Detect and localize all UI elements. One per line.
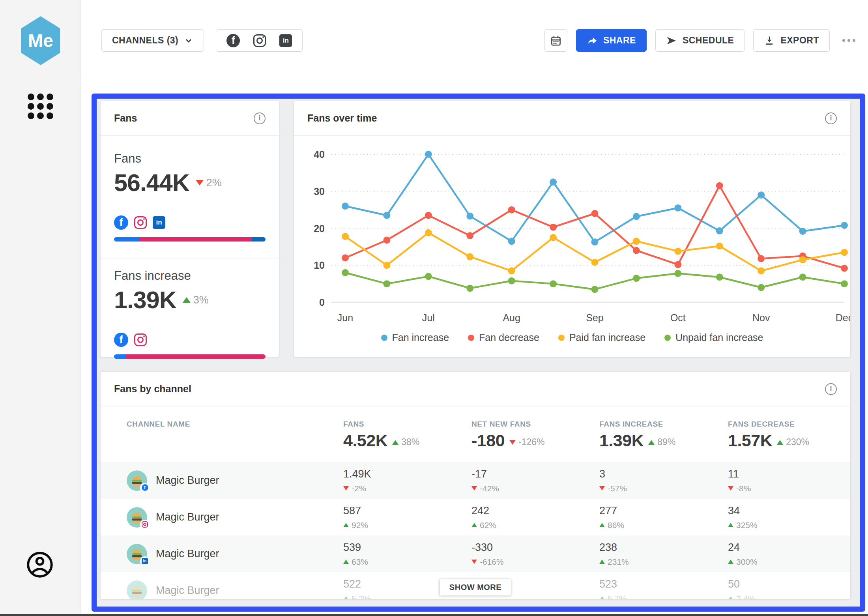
cell-net-new-fans: -330 xyxy=(471,541,599,554)
cell-fans-decrease: 24 xyxy=(728,541,850,554)
cell-net-new-fans: -17 xyxy=(471,468,599,480)
window-bottom-edge xyxy=(0,614,868,616)
top-toolbar: CHANNELS (3) f in SHARE S xyxy=(81,0,868,81)
table-row[interactable]: in Magic Burger 53963% -330-616% 238231%… xyxy=(101,535,850,572)
sidebar: Me xyxy=(0,0,81,616)
column-header-net-new-fans: NET NEW FANS xyxy=(471,420,599,429)
cell-fans: 1.49K xyxy=(343,468,471,480)
cell-delta: 86% xyxy=(599,521,624,530)
legend-item-unpaid-fan-increase[interactable]: Unpaid fan increase xyxy=(664,332,763,343)
metric-label: Fans xyxy=(114,152,266,166)
info-icon[interactable]: i xyxy=(254,112,266,124)
summary-delta: 230% xyxy=(777,437,809,447)
channels-dropdown-button[interactable]: CHANNELS (3) xyxy=(101,29,204,52)
fans-by-channel-card: Fans by channel i CHANNEL NAME FANS 4.52… xyxy=(101,372,850,599)
metric-delta: 3% xyxy=(183,294,209,306)
instagram-icon xyxy=(134,333,147,346)
fans-metric: Fans 56.44K 2% f in xyxy=(101,136,279,258)
summary-fans-increase: FANS INCREASE 1.39K89% xyxy=(599,420,728,450)
cell-fans-increase: 238 xyxy=(599,541,728,554)
summary-delta: -126% xyxy=(509,437,544,447)
legend-label: Fan increase xyxy=(392,332,449,343)
instagram-icon[interactable] xyxy=(253,34,266,47)
schedule-button[interactable]: SCHEDULE xyxy=(655,29,745,52)
cell-fans-increase: 277 xyxy=(599,505,728,517)
legend-dot xyxy=(468,335,474,341)
calendar-icon xyxy=(550,35,562,47)
chart-card-title: Fans over time xyxy=(307,112,377,124)
cell-fans-decrease: 34 xyxy=(728,505,850,517)
summary-fans: FANS 4.52K38% xyxy=(343,420,471,450)
column-header-fans-decrease: FANS DECREASE xyxy=(728,420,850,429)
more-options-icon[interactable] xyxy=(838,39,859,42)
schedule-button-label: SCHEDULE xyxy=(683,35,734,46)
dashboard-selection-frame[interactable]: Fans i Fans 56.44K 2% f in Fans increase xyxy=(92,94,865,612)
cell-delta: 92% xyxy=(343,521,368,530)
avatar: in xyxy=(127,544,147,564)
linkedin-icon: in xyxy=(153,216,165,229)
account-icon[interactable] xyxy=(26,551,54,580)
cell-net-new-fans: 242 xyxy=(471,505,599,517)
channel-name: Magic Burger xyxy=(156,548,219,560)
fans-card-header: Fans i xyxy=(101,101,279,136)
fans-over-time-card: Fans over time i 010203040JunJulAugSepOc… xyxy=(294,101,850,357)
export-button[interactable]: EXPORT xyxy=(753,29,830,52)
summary-value: 1.39K xyxy=(599,431,644,450)
show-more-button[interactable]: SHOW MORE xyxy=(440,579,511,595)
facebook-icon[interactable]: f xyxy=(226,34,240,47)
metric-delta: 2% xyxy=(196,177,222,189)
cell-delta: -8% xyxy=(728,484,751,493)
cell-delta: 5.2% xyxy=(343,594,370,599)
fans-increase-metric: Fans increase 1.39K 3% f xyxy=(101,258,279,368)
legend-item-fan-increase[interactable]: Fan increase xyxy=(381,332,449,343)
cell-fans: 587 xyxy=(343,505,471,517)
cell-fans-increase: 523 xyxy=(599,578,728,590)
legend-label: Unpaid fan increase xyxy=(675,332,763,343)
cell-delta: 62% xyxy=(471,521,496,530)
table-card-header: Fans by channel i xyxy=(101,372,850,406)
info-icon[interactable]: i xyxy=(825,383,837,395)
cell-delta: -2% xyxy=(343,484,366,493)
svg-text:10: 10 xyxy=(314,260,325,271)
summary-value: 1.57K xyxy=(728,431,772,450)
chevron-down-icon xyxy=(184,36,193,45)
fans-card: Fans i Fans 56.44K 2% f in Fans increase xyxy=(101,101,279,357)
linkedin-icon[interactable]: in xyxy=(279,34,292,47)
legend-item-fan-decrease[interactable]: Fan decrease xyxy=(468,332,539,343)
share-button[interactable]: SHARE xyxy=(576,29,647,52)
table-row[interactable]: Magic Burger 58792% 24262% 27786% 34325% xyxy=(101,499,850,535)
avatar xyxy=(127,507,147,528)
share-button-label: SHARE xyxy=(603,35,636,46)
facebook-badge-icon: f xyxy=(140,483,150,492)
metric-channel-icons: f in xyxy=(114,215,266,230)
legend-label: Fan decrease xyxy=(479,332,539,343)
info-icon[interactable]: i xyxy=(825,112,837,124)
legend-dot xyxy=(558,335,565,341)
metric-channel-icons: f xyxy=(114,333,266,347)
svg-text:Jun: Jun xyxy=(337,312,353,323)
send-icon xyxy=(666,35,677,46)
metric-value: 56.44K xyxy=(114,169,189,197)
instagram-icon xyxy=(134,216,147,229)
svg-text:Nov: Nov xyxy=(752,312,770,323)
cell-fans-increase: 3 xyxy=(599,468,728,480)
legend-item-paid-fan-increase[interactable]: Paid fan increase xyxy=(558,332,645,343)
summary-fans-decrease: FANS DECREASE 1.57K230% xyxy=(728,420,850,450)
facebook-icon: f xyxy=(114,333,128,347)
apps-grid-icon[interactable] xyxy=(28,94,53,119)
avatar xyxy=(127,580,147,599)
cell-delta: 300% xyxy=(728,557,758,567)
app-logo[interactable]: Me xyxy=(19,16,63,65)
svg-text:20: 20 xyxy=(314,223,325,234)
summary-delta: 38% xyxy=(392,437,419,447)
legend-dot xyxy=(664,335,671,341)
channel-share-bar xyxy=(114,237,266,242)
logo-text: Me xyxy=(28,30,53,51)
channel-name: Magic Burger xyxy=(156,511,219,523)
cell-delta: 2.4% xyxy=(728,594,755,599)
cell-delta: 63% xyxy=(343,557,368,567)
table-row[interactable]: f Magic Burger 1.49K-2% -17-42% 3-57% 11… xyxy=(101,462,850,499)
svg-text:Oct: Oct xyxy=(670,312,686,323)
cell-delta: 5.7% xyxy=(599,594,627,599)
date-range-button[interactable] xyxy=(544,29,567,52)
